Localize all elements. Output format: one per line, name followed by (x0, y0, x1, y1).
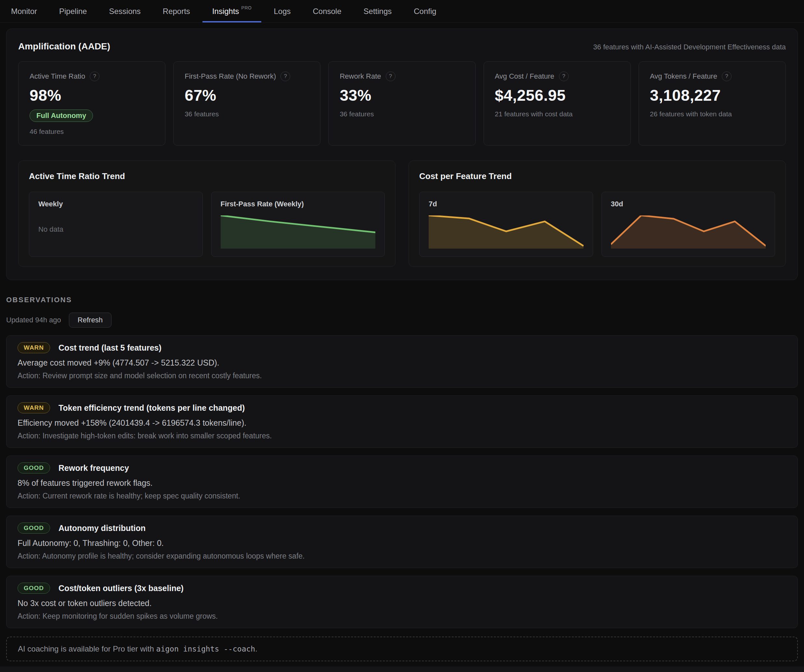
help-icon[interactable]: ? (90, 72, 100, 81)
observation-action: Action: Autonomy profile is healthy; con… (18, 552, 786, 561)
top-nav: Monitor Pipeline Sessions Reports Insigh… (0, 0, 804, 23)
nav-tab-logs[interactable]: Logs (264, 0, 300, 23)
metric-value: 3,108,227 (650, 87, 775, 104)
metric-label-row: Avg Tokens / Feature? (650, 72, 775, 81)
metric-label-row: Active Time Ratio? (29, 72, 154, 81)
chart-card-label: 30d (611, 200, 766, 208)
weekly-trend-card: Weekly No data (29, 192, 203, 257)
panel-feature-count: 36 features with AI-Assisted Development… (593, 43, 786, 51)
cost-7d-card: 7d (419, 192, 593, 257)
nav-tab-label: Reports (163, 7, 190, 16)
observation-title-row: WARN Cost trend (last 5 features) (18, 342, 786, 353)
nav-tab-sessions[interactable]: Sessions (99, 0, 150, 23)
good-badge: GOOD (18, 583, 50, 594)
observation-body: Full Autonomy: 0, Thrashing: 0, Other: 0… (18, 538, 786, 548)
help-icon[interactable]: ? (722, 72, 732, 81)
cost-per-feature-trend-section: Cost per Feature Trend 7d 30d (409, 160, 786, 267)
metric-card-first-pass-rate: First-Pass Rate (No Rework)? 67% 36 feat… (173, 61, 320, 146)
insights-page: Amplification (AADE) 36 features with AI… (0, 29, 804, 661)
warn-badge: WARN (18, 402, 50, 413)
nav-tab-label: Logs (274, 7, 291, 16)
observation-title: Rework frequency (59, 463, 129, 473)
first-pass-weekly-chart (221, 216, 376, 249)
nav-tab-label: Config (414, 7, 436, 16)
first-pass-weekly-card: First-Pass Rate (Weekly) (211, 192, 385, 257)
metrics-row: Active Time Ratio? 98% Full Autonomy 46 … (18, 61, 786, 146)
trend-section-heading: Cost per Feature Trend (419, 171, 775, 181)
observation-body: No 3x cost or token outliers detected. (18, 598, 786, 608)
no-data-text: No data (38, 225, 193, 234)
observation-action: Action: Investigate high-token edits: br… (18, 432, 786, 440)
coach-command: aigon insights --coach (156, 645, 255, 653)
observation-title: Autonomy distribution (59, 523, 145, 533)
observation-card-autonomy-distribution: GOOD Autonomy distribution Full Autonomy… (6, 516, 798, 568)
metric-value: 98% (29, 87, 154, 104)
observation-card-outliers: GOOD Cost/token outliers (3x baseline) N… (6, 576, 798, 628)
observations-meta-row: Updated 94h ago Refresh (6, 312, 798, 327)
trend-section-heading: Active Time Ratio Trend (29, 171, 385, 181)
help-icon[interactable]: ? (559, 72, 569, 81)
observation-title-row: GOOD Cost/token outliers (3x baseline) (18, 583, 786, 594)
observations-heading: OBSERVATIONS (6, 296, 798, 304)
panel-title: Amplification (AADE) (18, 41, 110, 52)
observation-card-rework-frequency: GOOD Rework frequency 8% of features tri… (6, 456, 798, 508)
metric-card-rework-rate: Rework Rate? 33% 36 features (328, 61, 476, 146)
chart-card-label: 7d (429, 200, 583, 208)
nav-tab-label: Sessions (109, 7, 141, 16)
observation-body: Efficiency moved +158% (2401439.4 -> 619… (18, 418, 786, 428)
full-autonomy-badge: Full Autonomy (29, 110, 93, 122)
nav-tab-label: Console (313, 7, 341, 16)
observation-body: 8% of features triggered rework flags. (18, 478, 786, 488)
nav-tab-console[interactable]: Console (303, 0, 351, 23)
help-icon[interactable]: ? (281, 72, 290, 81)
metric-label: Active Time Ratio (29, 72, 85, 80)
metric-label-row: First-Pass Rate (No Rework)? (185, 72, 309, 81)
observation-title: Token efficiency trend (tokens per line … (59, 403, 245, 413)
nav-tab-monitor[interactable]: Monitor (1, 0, 47, 23)
good-badge: GOOD (18, 463, 50, 473)
nav-tab-reports[interactable]: Reports (153, 0, 200, 23)
help-icon[interactable]: ? (386, 72, 395, 81)
trend-cards-row: Weekly No data First-Pass Rate (Weekly) (29, 192, 385, 257)
metric-value: 67% (185, 87, 309, 104)
aade-panel-header: Amplification (AADE) 36 features with AI… (18, 41, 786, 52)
refresh-button[interactable]: Refresh (69, 312, 111, 327)
observation-title-row: GOOD Rework frequency (18, 463, 786, 473)
chart-card-label: Weekly (38, 200, 193, 208)
observation-title: Cost/token outliers (3x baseline) (59, 584, 184, 593)
metric-card-avg-cost: Avg Cost / Feature? $4,256.95 21 feature… (484, 61, 631, 146)
metric-value: 33% (340, 87, 464, 104)
observation-action: Action: Keep monitoring for sudden spike… (18, 612, 786, 621)
observation-action: Action: Review prompt size and model sel… (18, 371, 786, 380)
observation-body: Average cost moved +9% (4774.507 -> 5215… (18, 358, 786, 368)
updated-timestamp: Updated 94h ago (6, 316, 61, 324)
metric-subtext: 36 features (340, 110, 464, 118)
metric-subtext: 26 features with token data (650, 110, 775, 118)
metric-label-row: Rework Rate? (340, 72, 464, 81)
metric-value: $4,256.95 (495, 87, 619, 104)
observation-title-row: GOOD Autonomy distribution (18, 523, 786, 533)
cost-7d-chart (429, 216, 583, 249)
good-badge: GOOD (18, 523, 50, 533)
metric-label: Avg Cost / Feature (495, 72, 554, 80)
observation-title-row: WARN Token efficiency trend (tokens per … (18, 402, 786, 413)
cost-30d-chart (611, 216, 766, 249)
nav-tab-settings[interactable]: Settings (354, 0, 402, 23)
aade-panel: Amplification (AADE) 36 features with AI… (6, 29, 798, 280)
pro-tier-badge: PRO (242, 5, 252, 10)
active-time-ratio-trend-section: Active Time Ratio Trend Weekly No data F… (18, 160, 395, 267)
nav-tab-config[interactable]: Config (404, 0, 446, 23)
metric-subtext: 21 features with cost data (495, 110, 619, 118)
nav-tab-pipeline[interactable]: Pipeline (49, 0, 96, 23)
observation-card-cost-trend: WARN Cost trend (last 5 features) Averag… (6, 335, 798, 388)
bottom-strip (0, 667, 804, 672)
nav-tab-label: Settings (364, 7, 392, 16)
nav-tab-label: Monitor (11, 7, 37, 16)
nav-tab-insights[interactable]: InsightsPRO (203, 0, 261, 23)
coach-note-text: AI coaching is available for Pro tier wi… (18, 644, 156, 653)
ai-coaching-note: AI coaching is available for Pro tier wi… (6, 636, 798, 661)
nav-tab-label: Pipeline (59, 7, 87, 16)
observation-card-token-efficiency: WARN Token efficiency trend (tokens per … (6, 396, 798, 448)
chart-card-label: First-Pass Rate (Weekly) (221, 200, 376, 208)
observation-title: Cost trend (last 5 features) (59, 343, 162, 353)
